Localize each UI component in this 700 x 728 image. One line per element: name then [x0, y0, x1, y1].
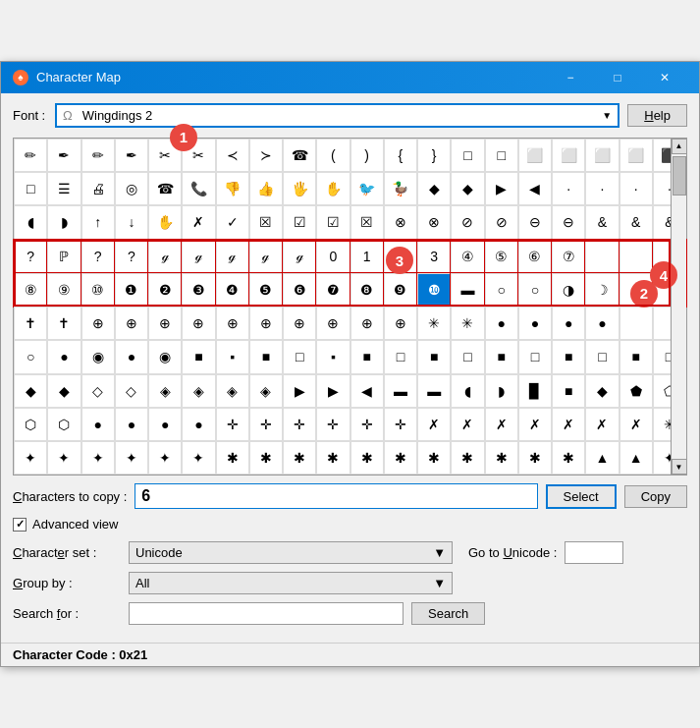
char-cell[interactable]: ◇	[115, 374, 148, 408]
char-cell[interactable]: □	[14, 172, 47, 205]
char-cell[interactable]: ◆	[451, 172, 484, 205]
char-cell[interactable]: ▉	[518, 374, 552, 408]
char-cell[interactable]: ℊ	[148, 240, 182, 273]
char-cell[interactable]: ☑	[316, 205, 350, 239]
char-cell[interactable]: ●	[518, 307, 552, 340]
char-cell[interactable]: ⊕	[384, 307, 417, 340]
char-cell[interactable]: ?	[81, 240, 115, 273]
char-cell[interactable]: ◎	[115, 172, 148, 205]
char-cell[interactable]: ✱	[518, 441, 552, 475]
char-cell[interactable]: ✒	[47, 139, 81, 172]
char-cell[interactable]: ✝	[47, 307, 81, 340]
char-cell[interactable]: ✋	[316, 172, 350, 205]
char-cell[interactable]: 0	[316, 240, 350, 273]
char-cell[interactable]: ↑	[81, 205, 115, 239]
char-cell[interactable]: ✏	[81, 139, 115, 172]
char-cell[interactable]: ◇	[81, 374, 115, 408]
char-cell[interactable]: ⑤	[485, 240, 518, 273]
char-cell[interactable]: ✦	[115, 441, 148, 475]
char-cell[interactable]: ✱	[417, 441, 451, 475]
char-cell[interactable]: ❼	[316, 273, 350, 307]
char-cell[interactable]: ⊖	[552, 205, 585, 239]
char-cell[interactable]: ✱	[249, 441, 283, 475]
search-input[interactable]	[129, 602, 404, 625]
char-cell[interactable]: ✗	[485, 408, 518, 441]
search-button[interactable]: Search	[411, 602, 485, 625]
char-cell[interactable]: ⬡	[14, 408, 47, 441]
char-cell[interactable]: 🐦	[350, 172, 384, 205]
char-cell[interactable]: ⊕	[283, 307, 316, 340]
char-cell[interactable]: ▬	[384, 374, 417, 408]
char-cell[interactable]: ↓	[115, 205, 148, 239]
char-cell[interactable]: ⑨	[47, 273, 81, 307]
char-cell[interactable]: (	[316, 139, 350, 172]
advanced-view-checkbox[interactable]: ✓	[13, 518, 27, 532]
char-cell[interactable]: {	[384, 139, 417, 172]
char-cell[interactable]: ✱	[485, 441, 518, 475]
char-cell[interactable]: ▲	[619, 441, 653, 475]
char-cell[interactable]: ✗	[585, 408, 619, 441]
char-cell[interactable]: ◈	[249, 374, 283, 408]
char-cell[interactable]: ✛	[384, 408, 417, 441]
char-cell[interactable]: ·	[552, 172, 585, 205]
char-cell[interactable]: ✗	[518, 408, 552, 441]
char-cell[interactable]: ⑧	[14, 273, 47, 307]
char-cell[interactable]: ✳	[451, 307, 484, 340]
char-cell[interactable]: ⑦	[552, 240, 585, 273]
char-cell[interactable]: □	[451, 139, 484, 172]
char-cell[interactable]: ■	[182, 340, 215, 373]
char-cell[interactable]: ✱	[552, 441, 585, 475]
char-cell[interactable]: ⊕	[81, 307, 115, 340]
char-cell[interactable]: ✏	[14, 139, 47, 172]
char-cell[interactable]: ❿	[417, 273, 451, 307]
char-cell[interactable]: ◆	[14, 374, 47, 408]
char-cell[interactable]: ✓	[216, 205, 249, 239]
char-cell[interactable]: ✱	[384, 441, 417, 475]
char-cell[interactable]: ✗	[417, 408, 451, 441]
char-cell[interactable]: ✳	[417, 307, 451, 340]
char-cell[interactable]: ·	[585, 172, 619, 205]
char-cell[interactable]: ◈	[216, 374, 249, 408]
char-cell[interactable]: ⊕	[316, 307, 350, 340]
char-cell[interactable]: ■	[417, 340, 451, 373]
char-cell[interactable]: ◆	[47, 374, 81, 408]
char-cell[interactable]: ✦	[182, 441, 215, 475]
char-cell[interactable]: ◈	[148, 374, 182, 408]
char-cell[interactable]: ⑩	[81, 273, 115, 307]
char-cell[interactable]: ▶	[316, 374, 350, 408]
char-cell[interactable]: ●	[148, 408, 182, 441]
char-cell[interactable]: )	[350, 139, 384, 172]
char-cell[interactable]: ⊗	[384, 205, 417, 239]
char-cell[interactable]: ✦	[14, 441, 47, 475]
char-cell[interactable]: ✛	[283, 408, 316, 441]
char-cell[interactable]: ✱	[316, 441, 350, 475]
char-cell[interactable]: &	[619, 205, 653, 239]
char-cell[interactable]: ✛	[350, 408, 384, 441]
char-cell[interactable]: ◉	[81, 340, 115, 373]
char-cell[interactable]: ?	[14, 240, 47, 273]
char-cell[interactable]: ▲	[585, 441, 619, 475]
char-cell[interactable]: ❺	[249, 273, 283, 307]
char-cell[interactable]: 🖨	[81, 172, 115, 205]
char-cell[interactable]: ▪	[216, 340, 249, 373]
char-cell[interactable]: □	[384, 340, 417, 373]
group-by-dropdown[interactable]: All ▼	[129, 572, 453, 594]
char-cell[interactable]: ●	[182, 408, 215, 441]
scroll-down-button[interactable]: ▼	[672, 459, 687, 475]
char-cell[interactable]: ■	[350, 340, 384, 373]
char-cell[interactable]: ⊕	[115, 307, 148, 340]
char-cell[interactable]: ⬟	[619, 374, 653, 408]
char-cell[interactable]: ⊘	[485, 205, 518, 239]
char-cell[interactable]: ■	[552, 374, 585, 408]
char-cell[interactable]: ≺	[216, 139, 249, 172]
char-cell[interactable]	[619, 307, 653, 340]
char-cell[interactable]: ●	[47, 340, 81, 373]
char-cell[interactable]: ■	[485, 340, 518, 373]
char-cell[interactable]: ☎	[148, 172, 182, 205]
char-cell[interactable]: ●	[485, 307, 518, 340]
char-cell[interactable]: ◆	[585, 374, 619, 408]
unicode-input[interactable]	[565, 541, 623, 564]
char-cell[interactable]: ❾	[384, 273, 417, 307]
char-cell[interactable]: □	[451, 340, 484, 373]
char-cell[interactable]: ⊕	[148, 307, 182, 340]
